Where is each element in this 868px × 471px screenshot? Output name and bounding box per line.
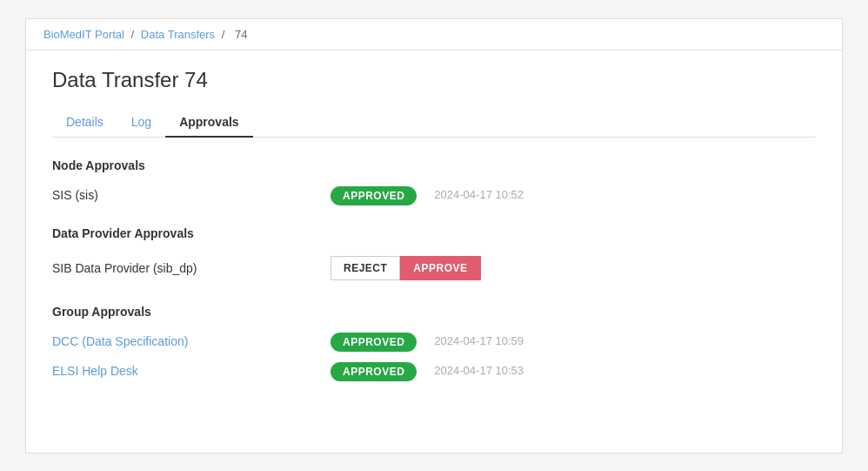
breadcrumb-section-link[interactable]: Data Transfers [141,28,215,41]
sib-dp-action-buttons: REJECT APPROVE [331,256,481,280]
tab-approvals[interactable]: Approvals [165,108,252,138]
elsi-status-badge: APPROVED [331,362,417,381]
node-approvals-title: Node Approvals [52,158,816,172]
breadcrumb-sep2: / [222,28,225,41]
dcc-approval-name[interactable]: DCC (Data Specification) [52,334,331,348]
group-approvals-section: Group Approvals DCC (Data Specification)… [52,305,816,381]
elsi-timestamp: 2024-04-17 10:53 [434,364,524,377]
page-title: Data Transfer 74 [52,68,816,92]
sis-status-badge: APPROVED [331,186,417,205]
dcc-status-badge: APPROVED [331,333,417,352]
sis-approval-name: SIS (sis) [52,188,331,202]
data-provider-approvals-section: Data Provider Approvals SIB Data Provide… [52,226,816,284]
data-provider-approvals-title: Data Provider Approvals [52,226,816,240]
breadcrumb-id: 74 [235,28,247,41]
table-row: DCC (Data Specification) APPROVED 2024-0… [52,331,816,352]
reject-button[interactable]: REJECT [331,256,400,280]
group-approvals-title: Group Approvals [52,305,816,319]
dcc-timestamp: 2024-04-17 10:59 [434,334,524,347]
table-row: SIS (sis) APPROVED 2024-04-17 10:52 [52,185,816,205]
tab-details[interactable]: Details [52,108,117,138]
tab-log[interactable]: Log [117,108,165,138]
breadcrumb-sep1: / [131,28,135,41]
breadcrumb-portal-link[interactable]: BioMedIT Portal [43,28,124,41]
sis-approved-badge: APPROVED [331,188,417,202]
elsi-approval-name[interactable]: ELSI Help Desk [52,364,331,378]
approve-button[interactable]: APPROVE [400,256,480,280]
dcc-approved-badge: APPROVED [331,334,417,348]
breadcrumb: BioMedIT Portal / Data Transfers / 74 [26,19,842,50]
table-row: SIB Data Provider (sib_dp) REJECT APPROV… [52,252,816,284]
node-approvals-section: Node Approvals SIS (sis) APPROVED 2024-0… [52,158,816,205]
table-row: ELSI Help Desk APPROVED 2024-04-17 10:53 [52,360,816,381]
sis-timestamp: 2024-04-17 10:52 [434,188,524,201]
tabs: Details Log Approvals [52,108,816,138]
elsi-approved-badge: APPROVED [331,364,417,378]
sib-dp-approval-name: SIB Data Provider (sib_dp) [52,261,331,275]
